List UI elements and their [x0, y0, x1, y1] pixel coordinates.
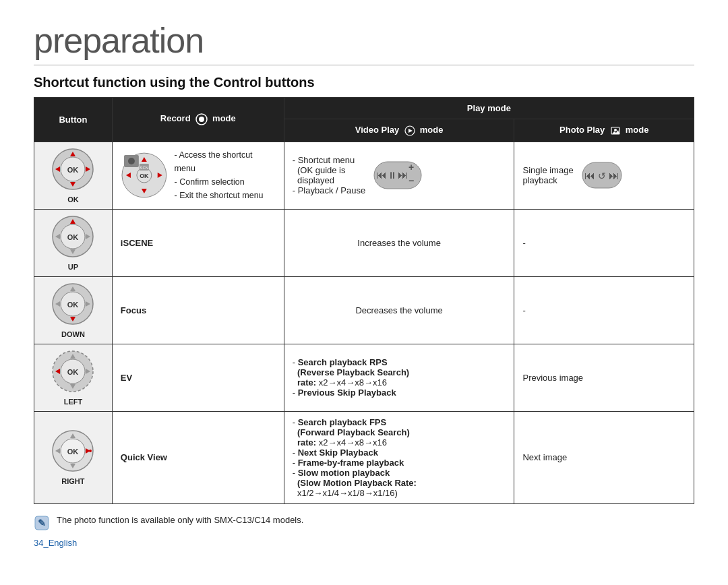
svg-point-5	[614, 129, 617, 131]
down-label: DOWN	[41, 330, 105, 338]
photo-cell-ok: Single imageplayback ⏮ ↺ ⏭	[514, 142, 694, 209]
button-cell-up: OK UP	[34, 209, 113, 276]
video-play-icon	[404, 125, 415, 136]
photo-cell-up: -	[514, 209, 694, 276]
svg-text:↺: ↺	[598, 171, 606, 181]
right-button-icon: OK	[51, 429, 94, 472]
record-text-ok: - Access the shortcut menu - Confirm sel…	[175, 148, 276, 202]
section-title: Shortcut function using the Control butt…	[34, 75, 694, 90]
page-title: preparation	[34, 20, 694, 65]
button-cell-right: OK RIGHT	[34, 411, 113, 503]
button-cell-left: OK LEFT	[34, 344, 113, 411]
record-cell-left: EV	[112, 344, 284, 411]
svg-text:OK: OK	[67, 233, 79, 241]
table-row: OK OK	[34, 142, 694, 209]
video-cell-up: Increases the volume	[284, 209, 514, 276]
video-cell-left: - Search playback RPS (Reverse Playback …	[284, 344, 514, 411]
svg-text:OK: OK	[67, 301, 79, 309]
page-number: 34_English	[34, 538, 694, 548]
svg-text:OK: OK	[67, 448, 79, 456]
table-row: OK RIGHT Quick View - Search playback FP…	[34, 411, 694, 503]
record-cell-ok: OK SCN - Access the shortcut menu - Conf…	[112, 142, 284, 209]
video-cell-ok: - Shortcut menu (OK guide is displayed -…	[284, 142, 514, 209]
video-desc-ok: - Shortcut menu (OK guide is displayed -…	[293, 155, 365, 195]
svg-point-15	[128, 158, 135, 164]
svg-point-1	[199, 117, 204, 122]
col-header-record: Record mode	[112, 98, 284, 142]
record-mode-icon	[195, 113, 208, 125]
table-row: OK DOWN Focus Decreases the volume -	[34, 276, 694, 344]
svg-text:⏮: ⏮	[584, 170, 595, 181]
photo-cell-right: Next image	[514, 411, 694, 503]
svg-text:SCN: SCN	[140, 166, 148, 170]
button-cell-down: OK DOWN	[34, 276, 113, 344]
up-label: UP	[41, 263, 105, 271]
svg-text:OK: OK	[67, 368, 79, 376]
svg-text:⏸: ⏸	[388, 170, 397, 181]
photo-play-icon	[610, 125, 621, 136]
col-header-photo: Photo Play mode	[514, 119, 694, 142]
ok-button-icon: OK	[51, 148, 94, 191]
playback-control-icon: + − ⏮ ⏸ ⏭	[373, 161, 422, 189]
svg-point-48	[71, 317, 74, 320]
note-icon: ✎	[34, 515, 50, 531]
video-cell-right: - Search playback FPS (Forward Playback …	[284, 411, 514, 503]
svg-text:✎: ✎	[38, 518, 46, 528]
svg-marker-3	[408, 129, 413, 133]
up-button-icon: OK	[51, 215, 94, 258]
video-cell-down: Decreases the volume	[284, 276, 514, 344]
right-label: RIGHT	[41, 477, 105, 485]
ok-label: OK	[41, 195, 105, 204]
svg-text:OK: OK	[67, 166, 79, 174]
single-image-icon: ⏮ ↺ ⏭	[582, 162, 622, 189]
svg-text:⏭: ⏭	[398, 169, 408, 181]
svg-text:−: −	[408, 175, 414, 186]
col-header-video: Video Play mode	[284, 119, 514, 142]
record-cell-up: iSCENE	[112, 209, 284, 276]
footer-note: ✎ The photo function is available only w…	[34, 515, 694, 531]
table-row: OK UP iSCENE Increases the volume -	[34, 209, 694, 276]
record-cell-down: Focus	[112, 276, 284, 344]
record-icons-ok: OK SCN	[121, 152, 168, 199]
photo-cell-left: Previous image	[514, 344, 694, 411]
col-header-button: Button	[34, 98, 113, 142]
svg-text:⏮: ⏮	[376, 169, 387, 181]
shortcut-table: Button Record mode Play mode Video Play	[34, 97, 694, 504]
footer-note-text: The photo function is available only wit…	[57, 515, 303, 525]
col-header-playmode: Play mode	[284, 98, 694, 119]
left-label: LEFT	[41, 398, 105, 406]
button-cell-ok: OK OK	[34, 142, 113, 209]
svg-text:OK: OK	[140, 173, 149, 179]
left-button-icon: OK	[51, 350, 94, 393]
svg-point-63	[89, 450, 92, 452]
svg-text:+: +	[408, 162, 414, 173]
svg-text:⏭: ⏭	[609, 170, 619, 181]
down-button-icon: OK	[51, 282, 94, 326]
photo-cell-down: -	[514, 276, 694, 344]
record-cell-right: Quick View	[112, 411, 284, 503]
table-row: OK LEFT EV - Search playback RPS (Revers…	[34, 344, 694, 411]
